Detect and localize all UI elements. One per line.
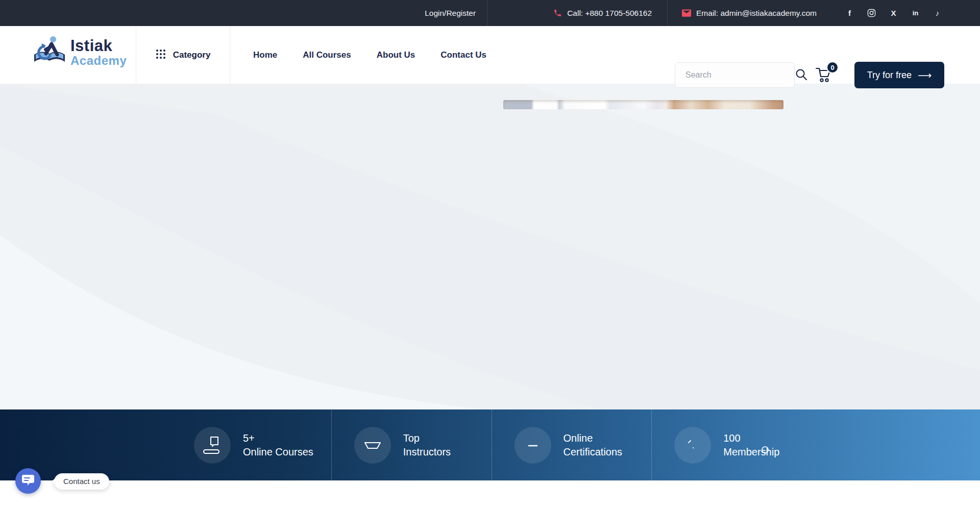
stat-label: Membership: [723, 445, 779, 459]
instagram-icon[interactable]: [867, 9, 876, 18]
login-register-link[interactable]: Login/Register: [425, 9, 476, 18]
search-input[interactable]: [675, 70, 795, 80]
online-courses-icon: [194, 427, 231, 464]
email-contact[interactable]: Email: admin@istiakacademy.com: [668, 9, 817, 18]
phone-icon: [553, 9, 562, 18]
nav-item-about-us[interactable]: About Us: [377, 50, 415, 60]
decorative-circle: [762, 446, 769, 453]
stats-container: 5+ Online Courses Top Instructors: [168, 409, 812, 480]
nav-item-all-courses[interactable]: All Courses: [303, 50, 351, 60]
main-nav: Home All Courses About Us Contact Us: [253, 26, 486, 84]
email-icon: [682, 9, 691, 18]
stat-label: Certifications: [564, 445, 623, 459]
chat-bubble-icon: [21, 474, 35, 488]
logo-title: Istiak: [70, 38, 127, 54]
nav-item-contact-us[interactable]: Contact Us: [440, 50, 486, 60]
category-label: Category: [173, 50, 211, 60]
stat-value: 5+: [243, 431, 313, 445]
try-for-free-button[interactable]: Try for free ⟶: [854, 62, 944, 88]
chat-tooltip[interactable]: Contact us: [54, 473, 109, 490]
email-address-text: Email: admin@istiakacademy.com: [696, 9, 817, 18]
stat-value: Top: [403, 431, 451, 445]
stat-online-courses: 5+ Online Courses: [168, 409, 331, 480]
stat-membership: 100 Membership: [651, 409, 812, 480]
social-links: f X in ♪: [845, 9, 942, 18]
chat-launcher-button[interactable]: [15, 468, 41, 494]
certifications-icon: [514, 427, 551, 464]
stat-label: Instructors: [403, 445, 451, 459]
stats-band: 5+ Online Courses Top Instructors: [0, 409, 980, 480]
instructors-icon: [354, 427, 391, 464]
main-header: Istiak Academy Category Home All Courses…: [0, 26, 980, 84]
search-box: [675, 62, 795, 88]
cta-label: Try for free: [867, 70, 912, 81]
x-twitter-icon[interactable]: X: [889, 9, 898, 18]
nav-item-home[interactable]: Home: [253, 50, 277, 60]
logo-mark-icon: [33, 35, 66, 69]
stat-value: 100: [723, 431, 779, 445]
footer-strip: [0, 480, 980, 507]
membership-icon: [674, 427, 711, 464]
linkedin-icon[interactable]: in: [911, 9, 920, 18]
hero-section: [0, 84, 980, 409]
grid-menu-icon: [156, 49, 166, 61]
search-icon: [795, 68, 807, 82]
logo[interactable]: Istiak Academy: [33, 35, 127, 69]
logo-subtitle: Academy: [70, 55, 127, 67]
topbar: Login/Register Call: +880 1705-506162 Em…: [0, 0, 980, 26]
tiktok-icon[interactable]: ♪: [933, 9, 942, 18]
stat-value: Online: [564, 431, 623, 445]
stat-label: Online Courses: [243, 445, 313, 459]
facebook-icon[interactable]: f: [845, 9, 854, 18]
stat-top-instructors: Top Instructors: [331, 409, 492, 480]
cart-button[interactable]: 0: [815, 66, 834, 85]
arrow-right-icon: ⟶: [918, 70, 932, 80]
cart-count-badge: 0: [826, 61, 839, 74]
partial-hero-image: [503, 100, 783, 109]
background-swoosh: [0, 84, 980, 409]
phone-number-text: Call: +880 1705-506162: [567, 9, 652, 18]
category-menu-button[interactable]: Category: [136, 26, 230, 84]
search-button[interactable]: [795, 63, 807, 87]
stat-online-certifications: Online Certifications: [492, 409, 652, 480]
phone-contact[interactable]: Call: +880 1705-506162: [487, 9, 667, 18]
cart-icon: [815, 76, 832, 84]
